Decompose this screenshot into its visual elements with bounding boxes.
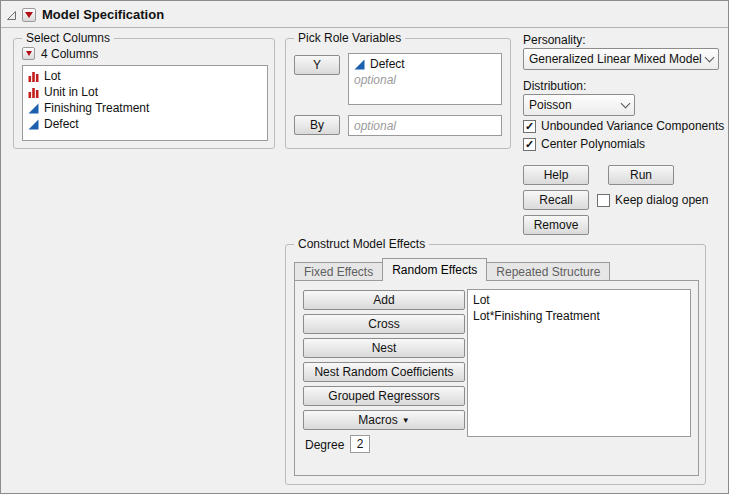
effect-label: Lot*Finishing Treatment (473, 309, 600, 323)
column-label: Lot (44, 69, 61, 83)
continuous-icon (354, 59, 365, 70)
nest-random-coefficients-button[interactable]: Nest Random Coefficients (303, 362, 465, 382)
help-button[interactable]: Help (523, 165, 589, 185)
add-button[interactable]: Add (303, 290, 465, 310)
remove-button[interactable]: Remove (523, 215, 589, 235)
random-effects-tab-panel: Add Cross Nest Nest Random Coefficients … (294, 280, 699, 476)
checkbox-label: Unbounded Variance Components (541, 119, 724, 133)
personality-value: Generalized Linear Mixed Model (529, 52, 702, 66)
effect-item[interactable]: Lot*Finishing Treatment (468, 308, 690, 324)
pick-role-variables-title: Pick Role Variables (294, 31, 405, 45)
role-item-label: Defect (370, 57, 405, 71)
effect-item[interactable]: Lot (468, 292, 690, 308)
chevron-down-icon (705, 52, 715, 62)
distribution-value: Poisson (529, 98, 572, 112)
columns-count-label: 4 Columns (41, 47, 98, 61)
chevron-down-icon (621, 98, 631, 108)
unbounded-variance-checkbox[interactable]: ✓ Unbounded Variance Components (523, 119, 724, 133)
effects-listbox[interactable]: Lot Lot*Finishing Treatment (467, 289, 691, 437)
column-label: Unit in Lot (44, 85, 98, 99)
checkbox-label: Keep dialog open (615, 193, 708, 207)
column-label: Finishing Treatment (44, 101, 149, 115)
recall-button[interactable]: Recall (523, 190, 589, 210)
by-role-optional-text: optional (349, 118, 501, 134)
center-polynomials-checkbox[interactable]: ✓ Center Polynomials (523, 137, 645, 151)
disclosure-triangle-icon[interactable] (6, 10, 17, 24)
columns-listbox[interactable]: Lot Unit in Lot Finishing Treatment Defe… (22, 65, 268, 141)
keep-dialog-open-checkbox[interactable]: Keep dialog open (597, 193, 708, 207)
macros-button[interactable]: Macros ▼ (303, 410, 465, 430)
personality-label: Personality: (523, 33, 586, 47)
y-role-button[interactable]: Y (294, 55, 340, 75)
select-columns-title: Select Columns (22, 31, 114, 45)
checkbox-unchecked-icon (597, 194, 610, 207)
nominal-icon (28, 87, 39, 98)
distribution-label: Distribution: (523, 79, 586, 93)
nominal-icon (28, 71, 39, 82)
dropdown-arrow-icon: ▼ (402, 417, 410, 425)
y-role-optional-text: optional (349, 72, 501, 88)
by-role-button[interactable]: By (294, 115, 340, 135)
checkbox-checked-icon: ✓ (523, 138, 536, 151)
y-role-listbox[interactable]: Defect optional (348, 53, 502, 105)
grouped-regressors-button[interactable]: Grouped Regressors (303, 386, 465, 406)
columns-red-triangle-button[interactable] (22, 47, 35, 60)
continuous-icon (28, 103, 39, 114)
macros-label: Macros (358, 413, 397, 427)
cross-button[interactable]: Cross (303, 314, 465, 334)
model-specification-window: Model Specification Select Columns 4 Col… (0, 0, 729, 494)
continuous-icon (28, 119, 39, 130)
construct-model-effects-group: Construct Model Effects Fixed Effects Ra… (285, 244, 706, 485)
column-item-unit-in-lot[interactable]: Unit in Lot (23, 84, 267, 100)
column-item-defect[interactable]: Defect (23, 116, 267, 132)
checkbox-label: Center Polynomials (541, 137, 645, 151)
distribution-dropdown[interactable]: Poisson (523, 94, 635, 116)
pick-role-variables-group: Pick Role Variables Y Defect optional By… (285, 38, 511, 149)
personality-dropdown[interactable]: Generalized Linear Mixed Model (523, 48, 719, 70)
degree-input[interactable]: 2 (350, 435, 370, 453)
nest-button[interactable]: Nest (303, 338, 465, 358)
red-triangle-menu-button[interactable] (22, 8, 36, 22)
tab-repeated-structure[interactable]: Repeated Structure (486, 262, 610, 280)
outline-header: Model Specification (1, 1, 728, 28)
effects-tab-bar: Fixed Effects Random Effects Repeated St… (294, 258, 609, 280)
effect-label: Lot (473, 293, 490, 307)
y-role-item-defect[interactable]: Defect (349, 56, 501, 72)
checkbox-checked-icon: ✓ (523, 120, 536, 133)
page-title: Model Specification (42, 7, 164, 22)
degree-label: Degree (305, 438, 344, 452)
select-columns-group: Select Columns 4 Columns Lot Unit in Lot… (13, 38, 275, 149)
red-triangle-icon (25, 12, 33, 18)
red-triangle-icon (26, 51, 32, 56)
column-item-lot[interactable]: Lot (23, 68, 267, 84)
run-button[interactable]: Run (608, 165, 674, 185)
construct-model-effects-title: Construct Model Effects (294, 237, 429, 251)
tab-fixed-effects[interactable]: Fixed Effects (294, 262, 383, 280)
tab-random-effects[interactable]: Random Effects (382, 258, 487, 281)
column-item-finishing-treatment[interactable]: Finishing Treatment (23, 100, 267, 116)
column-label: Defect (44, 117, 79, 131)
by-role-listbox[interactable]: optional (348, 115, 502, 136)
